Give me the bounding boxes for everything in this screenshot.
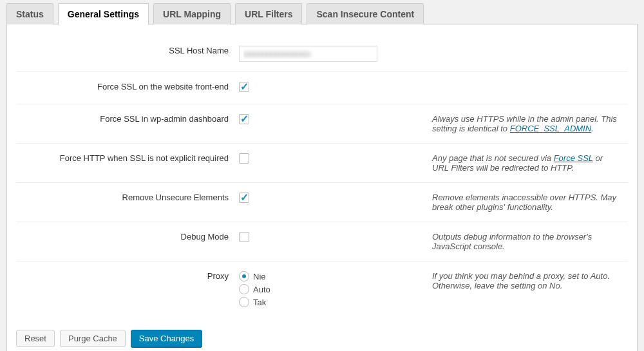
button-row: Reset Purge Cache Save Changes — [16, 330, 628, 347]
settings-panel: SSL Host Name Force SSL on the website f… — [6, 24, 638, 351]
ssl-host-input[interactable] — [239, 46, 377, 62]
radio-icon — [239, 297, 249, 307]
ssl-host-label: SSL Host Name — [16, 36, 235, 72]
tab-status[interactable]: Status — [6, 3, 53, 24]
force-http-label: Force HTTP when SSL is not explicit requ… — [16, 144, 235, 183]
save-changes-button[interactable]: Save Changes — [131, 330, 202, 347]
force-ssl-admin-link[interactable]: FORCE_SSL_ADMIN — [510, 124, 591, 133]
force-front-checkbox[interactable] — [239, 82, 249, 92]
tabs-bar: Status General Settings URL Mapping URL … — [6, 3, 638, 24]
force-ssl-link[interactable]: Force SSL — [554, 153, 593, 163]
force-admin-checkbox[interactable] — [239, 114, 249, 124]
purge-cache-button[interactable]: Purge Cache — [60, 330, 126, 347]
proxy-option-auto[interactable]: Auto — [239, 284, 422, 294]
proxy-option-nie[interactable]: Nie — [239, 271, 422, 281]
remove-unsecure-help: Remove elements inaccessible over HTTPS.… — [428, 183, 628, 222]
remove-unsecure-label: Remove Unsecure Elements — [16, 183, 235, 222]
tab-general-settings[interactable]: General Settings — [58, 3, 149, 25]
force-admin-help: Always use HTTPS while in the admin pane… — [428, 104, 628, 144]
proxy-radio-group: Nie Auto Tak — [239, 271, 422, 307]
tab-scan-insecure[interactable]: Scan Insecure Content — [307, 3, 424, 24]
tab-url-mapping[interactable]: URL Mapping — [153, 3, 231, 24]
force-admin-label: Force SSL in wp-admin dashboard — [16, 104, 235, 144]
radio-icon — [239, 284, 249, 294]
force-front-label: Force SSL on the website front-end — [16, 72, 235, 104]
force-http-checkbox[interactable] — [239, 153, 249, 164]
proxy-option-tak[interactable]: Tak — [239, 297, 422, 307]
proxy-help: If you think you may behind a proxy, set… — [428, 261, 628, 320]
debug-help: Outputs debug information to the browser… — [428, 222, 628, 261]
debug-label: Debug Mode — [16, 222, 235, 261]
radio-icon — [239, 271, 249, 281]
remove-unsecure-checkbox[interactable] — [239, 193, 249, 203]
tab-url-filters[interactable]: URL Filters — [235, 3, 302, 24]
reset-button[interactable]: Reset — [16, 330, 55, 347]
proxy-label: Proxy — [16, 261, 235, 320]
debug-checkbox[interactable] — [239, 232, 249, 242]
force-http-help: Any page that is not secured via Force S… — [428, 144, 628, 183]
